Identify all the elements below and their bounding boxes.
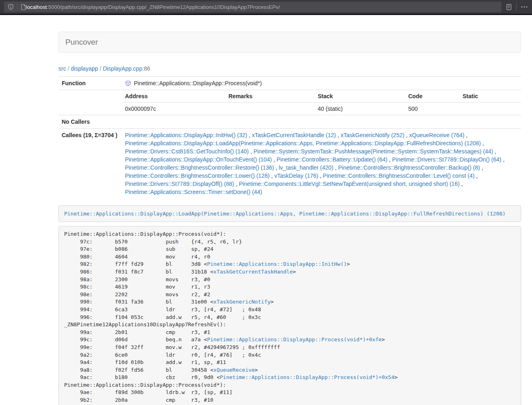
breadcrumb-file-link[interactable]: DisplayApp.cpp: [103, 65, 142, 72]
page-container: Puncover src/displayapp/DisplayApp.cpp:8…: [58, 32, 521, 405]
col-address: Address: [122, 90, 225, 103]
symbol-link[interactable]: xQueueReceive: [213, 367, 255, 373]
callee-link[interactable]: lv_task_handler (420): [279, 164, 334, 171]
url-text[interactable]: localhost:5000/path/src/displayapp/Displ…: [26, 4, 280, 10]
callee-link[interactable]: Pinetime::Controllers::BrightnessControl…: [125, 172, 269, 179]
col-stack: Stack: [314, 90, 405, 103]
callees-list: Pinetime::Applications::DisplayApp::Init…: [125, 132, 504, 195]
toolbar-shadow: [0, 14, 532, 15]
callee-link[interactable]: Pinetime::Controllers::BrightnessControl…: [125, 164, 274, 171]
divider: [516, 3, 517, 11]
browser-toolbar: localhost:5000/path/src/displayapp/Displ…: [0, 0, 532, 14]
app-navbar: Puncover: [58, 32, 521, 53]
callee-link[interactable]: vTaskDelay (176): [274, 172, 318, 179]
address-value: 0x0000097c: [122, 103, 225, 115]
function-label: Function: [58, 77, 122, 90]
static-value: [459, 103, 521, 115]
breadcrumb-separator: /: [98, 65, 103, 72]
callee-link[interactable]: Pinetime::Applications::DisplayApp::OnTo…: [125, 156, 272, 163]
symbol-link[interactable]: Pinetime::Applications::DisplayApp::Proc…: [220, 374, 394, 380]
no-callers-label: No Callers: [58, 115, 122, 129]
breadcrumb-src-link[interactable]: src: [58, 65, 66, 72]
callees-row: Callees (19, Σ=3704 ) Pinetime::Applicat…: [58, 129, 521, 199]
symbol-link[interactable]: Pinetime::Applications::DisplayApp::Init…: [207, 261, 347, 267]
col-code: Code: [405, 90, 459, 103]
method-cube-icon: [125, 80, 131, 86]
code-value: 500: [405, 103, 459, 115]
symbol-link[interactable]: Pinetime::Applications::DisplayApp::Proc…: [207, 336, 381, 343]
url-host: localhost: [26, 4, 47, 10]
callee-link[interactable]: Pinetime::Drivers::St7789::DisplayOff() …: [125, 181, 234, 187]
reader-mode-icon[interactable]: [506, 4, 512, 11]
col-static: Static: [459, 90, 521, 103]
stats-values-row: 0x0000097c 40 (static) 500: [122, 103, 521, 115]
loadapp-highlight-box: Pinetime::Applications::DisplayApp::Load…: [58, 205, 521, 222]
url-path: :5000/path/src/displayapp/DisplayApp.cpp…: [47, 4, 280, 10]
callee-link[interactable]: Pinetime::Controllers::Battery::Update()…: [277, 156, 388, 163]
loadapp-symbol-link[interactable]: Pinetime::Applications::DisplayApp::Load…: [64, 211, 506, 217]
function-table: Function Pinetime::Applications::Display…: [58, 76, 521, 198]
callees-label: Callees (19, Σ=3704 ): [58, 129, 122, 199]
menu-icon[interactable]: [521, 3, 528, 11]
shield-icon[interactable]: [8, 4, 14, 10]
col-remarks: Remarks: [225, 90, 314, 103]
callee-link[interactable]: xTaskGetCurrentTaskHandle (12): [252, 132, 336, 138]
page-icon[interactable]: [21, 4, 26, 10]
divider: [17, 4, 17, 11]
callee-link[interactable]: Pinetime::Applications::Screens::Timer::…: [125, 189, 262, 195]
url-bar[interactable]: localhost:5000/path/src/displayapp/Displ…: [4, 2, 502, 12]
callee-link[interactable]: xQueueReceive (764): [409, 132, 464, 138]
disassembly-code: Pinetime::Applications::DisplayApp::Proc…: [58, 226, 521, 405]
callee-link[interactable]: Pinetime::Drivers::St7789::DisplayOn() (…: [392, 156, 501, 163]
symbol-link[interactable]: xTaskGenericNotify: [213, 299, 271, 305]
stats-row: Address Remarks Stack Code Static 0x0000…: [58, 90, 521, 115]
callee-link[interactable]: Pinetime::Applications::DisplayApp::Init…: [125, 132, 247, 138]
symbol-link[interactable]: xTaskGetCurrentTaskHandle: [213, 269, 293, 275]
callee-link[interactable]: xTaskGenericNotify (252): [340, 132, 404, 138]
breadcrumb: src/displayapp/DisplayApp.cpp:86: [58, 65, 521, 72]
remarks-value: [225, 103, 314, 115]
breadcrumb-line-number: :86: [142, 65, 150, 72]
stats-table: Address Remarks Stack Code Static 0x0000…: [122, 90, 521, 115]
page-title[interactable]: Puncover: [65, 38, 98, 47]
callee-link[interactable]: Pinetime::Applications::DisplayApp::Load…: [125, 140, 481, 146]
function-row: Function Pinetime::Applications::Display…: [58, 77, 521, 90]
stack-value: 40 (static): [314, 103, 405, 115]
callee-link[interactable]: Pinetime::Controllers::BrightnessControl…: [338, 164, 480, 171]
no-callers-row: No Callers: [58, 115, 521, 129]
breadcrumb-separator: /: [66, 65, 71, 72]
breadcrumb-displayapp-link[interactable]: displayapp: [71, 65, 98, 72]
callee-link[interactable]: Pinetime::Controllers::BrightnessControl…: [323, 172, 474, 179]
callee-link[interactable]: Pinetime::Drivers::Cst816S::GetTouchInfo…: [125, 148, 249, 155]
function-name: Pinetime::Applications::DisplayApp::Proc…: [134, 79, 262, 87]
callee-link[interactable]: Pinetime::System::SystemTask::PushMessag…: [254, 148, 493, 155]
callee-link[interactable]: Pinetime::Components::LittleVgl::SetNewT…: [239, 181, 460, 187]
